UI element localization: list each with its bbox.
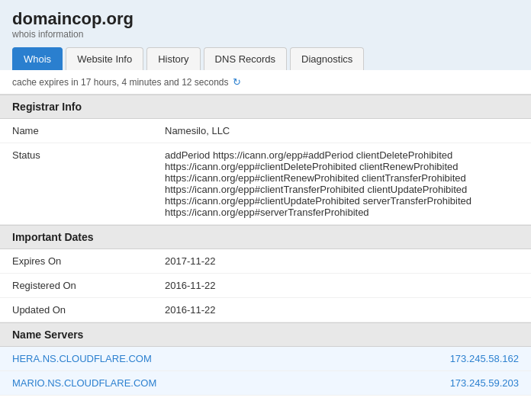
- ns-ip-2[interactable]: 173.245.59.203: [450, 377, 519, 389]
- section-name-servers: Name Servers: [0, 322, 531, 347]
- registrar-name-value: Namesilo, LLC: [165, 125, 519, 136]
- registrar-status-value: addPeriod https://icann.org/epp#addPerio…: [165, 149, 519, 218]
- registered-on-value: 2016-11-22: [165, 280, 519, 291]
- updated-on-row: Updated On 2016-11-22: [0, 298, 531, 322]
- registrar-status-label: Status: [12, 149, 165, 218]
- expires-on-value: 2017-11-22: [165, 255, 519, 267]
- tab-bar: Whois Website Info History DNS Records D…: [12, 47, 519, 70]
- cache-bar: cache expires in 17 hours, 4 minutes and…: [0, 70, 531, 95]
- cache-text: cache expires in 17 hours, 4 minutes and…: [12, 77, 229, 88]
- expires-on-row: Expires On 2017-11-22: [0, 249, 531, 274]
- ns-row-2: MARIO.NS.CLOUDFLARE.COM 173.245.59.203: [0, 371, 531, 396]
- header: domaincop.org whois information Whois We…: [0, 0, 531, 70]
- ns-hostname-1[interactable]: HERA.NS.CLOUDFLARE.COM: [12, 353, 152, 364]
- ns-ip-1[interactable]: 173.245.58.162: [450, 353, 519, 364]
- tab-history[interactable]: History: [146, 47, 200, 70]
- ns-hostname-2[interactable]: MARIO.NS.CLOUDFLARE.COM: [12, 377, 156, 389]
- tab-dns-records[interactable]: DNS Records: [204, 47, 287, 70]
- registered-on-row: Registered On 2016-11-22: [0, 274, 531, 298]
- registered-on-label: Registered On: [12, 280, 165, 291]
- tab-diagnostics[interactable]: Diagnostics: [290, 47, 364, 70]
- expires-on-label: Expires On: [12, 255, 165, 267]
- registrar-status-row: Status addPeriod https://icann.org/epp#a…: [0, 143, 531, 225]
- updated-on-label: Updated On: [12, 304, 165, 316]
- header-subtitle: whois information: [12, 29, 519, 40]
- tab-website-info[interactable]: Website Info: [66, 47, 143, 70]
- registrar-name-label: Name: [12, 125, 165, 136]
- tab-whois[interactable]: Whois: [12, 47, 63, 70]
- refresh-icon[interactable]: ↻: [233, 76, 241, 88]
- section-important-dates: Important Dates: [0, 225, 531, 249]
- section-registrar-info: Registrar Info: [0, 95, 531, 119]
- ns-row-1: HERA.NS.CLOUDFLARE.COM 173.245.58.162: [0, 347, 531, 371]
- domain-title: domaincop.org: [12, 9, 519, 29]
- updated-on-value: 2016-11-22: [165, 304, 519, 316]
- registrar-name-row: Name Namesilo, LLC: [0, 119, 531, 143]
